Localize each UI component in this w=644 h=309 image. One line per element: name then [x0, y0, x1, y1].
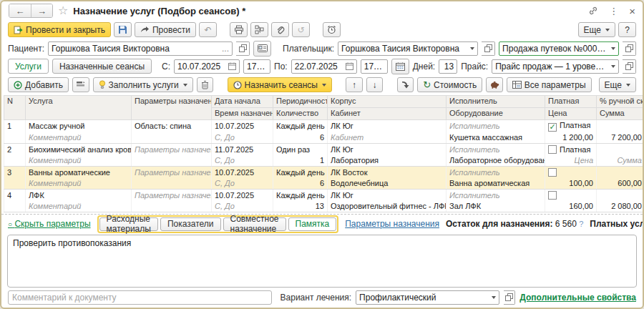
cell-paid[interactable]: Платная	[545, 144, 597, 155]
payer-input[interactable]: Горшкова Таисия Викторовна	[338, 41, 478, 56]
cell-date[interactable]: 10.07.2025	[212, 190, 273, 201]
menu-kebab-button[interactable]: ⋮	[609, 6, 618, 16]
cell-discount[interactable]	[597, 190, 644, 201]
date-to-input[interactable]: 22.07.2025	[291, 59, 357, 74]
price-dropdown-icon[interactable]	[611, 65, 615, 68]
col-header-n[interactable]: N	[4, 96, 26, 120]
cell-paid[interactable]	[545, 190, 597, 201]
move-down-button[interactable]: ↓	[366, 77, 384, 92]
col-header-params[interactable]: Параметры назначения	[132, 96, 212, 120]
paid-checkbox[interactable]: ✓	[548, 123, 557, 132]
cell-cabinet[interactable]: Оздоровительный фитнес - ЛФК	[328, 201, 447, 212]
cell-n[interactable]: 3	[4, 167, 26, 178]
patient-open-button[interactable]	[236, 41, 250, 56]
cell-time[interactable]: С, До	[212, 178, 273, 190]
col-header-paid[interactable]: Платная	[545, 96, 597, 108]
sale-doc-dropdown-icon[interactable]	[611, 47, 615, 50]
paid-checkbox[interactable]	[548, 145, 557, 154]
tab-indicators[interactable]: Показатели	[160, 217, 221, 231]
cell-equipment[interactable]: Лабораторное оборудование	[447, 155, 545, 167]
cell-service-active[interactable]: Ванны ароматические	[26, 167, 132, 178]
cell-comment[interactable]: Комментарий	[26, 201, 132, 212]
cell-params[interactable]: Параметры назначения	[132, 167, 212, 178]
tab-consumables[interactable]: Расходные материалы	[99, 217, 158, 231]
cell-qty[interactable]: 13	[273, 201, 328, 212]
col-header-equipment[interactable]: Оборудование	[447, 108, 545, 120]
cell-price[interactable]: 160,00	[545, 201, 597, 212]
cell-sum[interactable]: 7 200,00	[597, 132, 644, 144]
hide-params-link[interactable]: ○ Скрыть параметры	[8, 219, 91, 229]
col-header-corpus[interactable]: Корпус	[328, 96, 447, 108]
cell-equipment[interactable]: Зал ЛФК	[447, 201, 545, 212]
cell-qty[interactable]: 6	[273, 132, 328, 144]
save-button[interactable]	[114, 22, 132, 37]
cell-cabinet[interactable]: Лаборатория	[328, 155, 447, 167]
cell-sum[interactable]: 600,00	[597, 178, 644, 190]
cell-date[interactable]: 10.07.2025	[212, 167, 273, 178]
back-button[interactable]: ←	[9, 4, 31, 17]
cell-price[interactable]: 1 200,00	[545, 132, 597, 144]
history-button[interactable]: ↺	[292, 22, 310, 37]
time-from-input[interactable]: 17:00	[243, 59, 270, 74]
paid-checkbox[interactable]	[548, 191, 557, 200]
col-header-executor[interactable]: Исполнитель	[447, 96, 545, 108]
cell-time[interactable]: С, До	[212, 132, 273, 144]
cell-discount[interactable]	[597, 144, 644, 155]
cell-equipment[interactable]: Ванна ароматическая	[447, 178, 545, 190]
col-header-qty[interactable]: Количество	[273, 108, 328, 120]
related-documents-button[interactable]	[250, 22, 268, 37]
print-button[interactable]	[230, 22, 248, 37]
remainder-help-icon[interactable]: ?	[579, 220, 583, 228]
cell-time[interactable]: С, До	[212, 201, 273, 212]
cell-corpus[interactable]: ЛК Юг	[328, 190, 447, 201]
tab-assigned-sessions[interactable]: Назначенные сеансы	[52, 59, 152, 74]
col-header-cabinet[interactable]: Кабинет	[328, 108, 447, 120]
col-header-date[interactable]: Дата начала	[212, 96, 273, 108]
reminder-button[interactable]	[323, 22, 341, 37]
cell-sum[interactable]: 2 080,00	[597, 201, 644, 212]
fill-services-button[interactable]: Заполнить услуги	[93, 77, 193, 92]
cell-sum[interactable]: Сумма	[597, 155, 644, 167]
sale-document-input[interactable]: Продажа путевок №00003535 от 10.07.2025	[499, 41, 619, 56]
col-header-discount[interactable]: % ручной ски...	[597, 96, 644, 108]
col-header-period[interactable]: Периодичность	[273, 96, 328, 108]
forward-button[interactable]: →	[31, 4, 52, 17]
cell-qty[interactable]: 6	[273, 178, 328, 190]
variant-open-button[interactable]	[504, 290, 516, 305]
cell-equipment[interactable]: Кушетка массажная	[447, 132, 545, 144]
favorite-star-icon[interactable]: ☆	[58, 5, 68, 16]
import-button[interactable]	[397, 77, 414, 92]
cell-comment[interactable]: Комментарий	[26, 155, 132, 167]
cell-n[interactable]: 4	[4, 190, 26, 201]
document-comment-input[interactable]	[8, 290, 272, 305]
move-up-button[interactable]: ↑	[346, 77, 363, 92]
copy-row-button[interactable]	[72, 77, 89, 92]
patient-card-button[interactable]	[253, 41, 271, 57]
cell-executor[interactable]: Исполнитель	[447, 144, 545, 155]
cell-date[interactable]: 11.07.2025	[212, 144, 273, 155]
cell-discount[interactable]	[597, 167, 644, 178]
cell-executor[interactable]: Исполнитель	[447, 120, 545, 132]
payer-dropdown-icon[interactable]	[470, 47, 474, 50]
cell-service[interactable]: Массаж ручной	[26, 120, 132, 132]
price-list-input[interactable]: Прайс продаж — 1 уровень (RUB)	[492, 59, 619, 74]
paid-checkbox[interactable]	[548, 168, 557, 177]
date-from-input[interactable]: 10.07.2025	[174, 59, 240, 74]
cell-executor[interactable]: Исполнитель	[447, 167, 545, 178]
cell-cabinet[interactable]: Кабинет	[328, 132, 447, 144]
cell-params[interactable]: Параметры назначения	[132, 190, 212, 201]
cell-discount[interactable]	[597, 120, 644, 132]
cell-corpus[interactable]: ЛК Юг	[328, 120, 447, 132]
close-button[interactable]: ×	[629, 5, 635, 17]
tab-memo[interactable]: Памятка	[288, 217, 337, 231]
attach-file-button[interactable]	[271, 22, 289, 37]
cost-button[interactable]: ↻ Стоимость	[417, 77, 482, 92]
cell-period[interactable]: Каждый день	[273, 190, 328, 201]
cell-time[interactable]: С, До	[212, 155, 273, 167]
time-to-input[interactable]: 17:00	[361, 59, 388, 74]
cell-comment[interactable]: Комментарий	[26, 132, 132, 144]
days-input[interactable]: 13	[439, 59, 457, 74]
post-button[interactable]: Провести	[135, 22, 196, 37]
cell-period[interactable]: Каждый день	[273, 167, 328, 178]
tab-joint-assignment[interactable]: Совместное назначение	[223, 217, 286, 231]
